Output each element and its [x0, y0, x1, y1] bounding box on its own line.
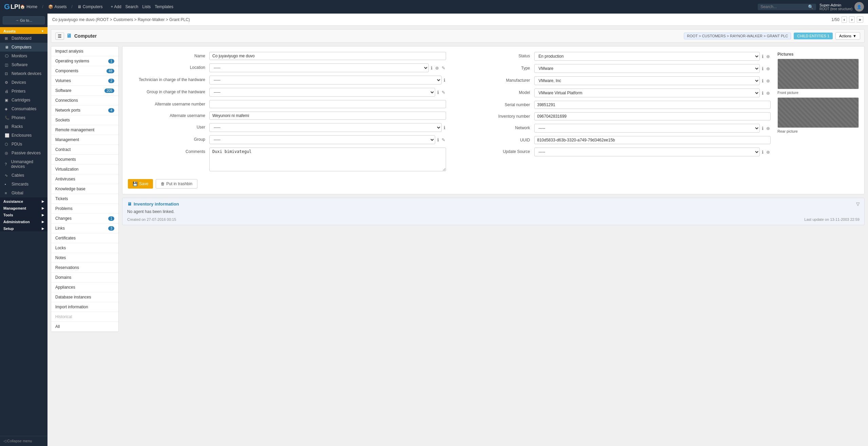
menu-item-impact-analysis[interactable]: Impact analysis [51, 46, 118, 56]
inventory-number-input[interactable] [534, 112, 771, 120]
technician-info-icon[interactable]: ℹ [443, 77, 446, 83]
alt-username-input[interactable] [209, 112, 446, 120]
sidebar-item-cables[interactable]: ∿ Cables [0, 171, 47, 180]
manufacturer-add-icon[interactable]: ⊕ [766, 78, 771, 84]
group-hardware-select[interactable]: ----- [209, 88, 435, 97]
status-select[interactable]: En production [534, 52, 760, 61]
menu-item-changes[interactable]: Changes1 [51, 214, 118, 224]
collapse-menu[interactable]: ◁ Collapse menu [0, 436, 47, 446]
menu-item-operating-systems[interactable]: Operating systems1 [51, 56, 118, 66]
serial-input[interactable] [534, 101, 771, 109]
uuid-input[interactable] [534, 136, 771, 144]
menu-item-locks[interactable]: Locks [51, 243, 118, 253]
actions-button[interactable]: Actions ▼ [835, 32, 860, 40]
menu-item-volumes[interactable]: Volumes2 [51, 76, 118, 86]
group-hardware-info-icon[interactable]: ℹ [437, 89, 440, 96]
sidebar-item-phones[interactable]: 📞 Phones [0, 113, 47, 122]
menu-item-problems[interactable]: Problems [51, 204, 118, 214]
type-select[interactable]: VMware [534, 64, 760, 73]
location-info-icon[interactable]: ℹ [430, 65, 433, 71]
user-info-icon[interactable]: ℹ [443, 124, 446, 131]
prev-page-button[interactable]: ‹ [842, 16, 847, 23]
computers-nav-link[interactable]: Computers [83, 4, 103, 9]
model-add-icon[interactable]: ⊕ [766, 90, 771, 96]
type-add-icon[interactable]: ⊕ [766, 65, 771, 72]
sidebar-item-software[interactable]: ◫ Software [0, 60, 47, 69]
network-add-icon[interactable]: ⊕ [766, 125, 771, 132]
sidebar-item-dashboard[interactable]: ⊞ Dashboard [0, 34, 47, 43]
sidebar-item-devices[interactable]: ⚙ Devices [0, 78, 47, 87]
group-hardware-edit-icon[interactable]: ✎ [441, 89, 446, 96]
manufacturer-info-icon[interactable]: ℹ [761, 78, 764, 84]
status-add-icon[interactable]: ⊕ [766, 53, 771, 60]
user-select[interactable]: ----- [209, 123, 442, 132]
sidebar-item-computers[interactable]: 🖥 Computers [0, 43, 47, 52]
menu-item-antiviruses[interactable]: Antiviruses [51, 174, 118, 184]
sidebar-item-enclosures[interactable]: ⬜ Enclosures [0, 131, 47, 140]
templates-link[interactable]: Templates [155, 4, 173, 9]
menu-item-remote-management[interactable]: Remote management [51, 125, 118, 135]
name-input[interactable] [209, 52, 446, 60]
update-source-add-icon[interactable]: ⊕ [766, 149, 771, 155]
put-in-trashbin-button[interactable]: 🗑 Put in trashbin [156, 179, 197, 189]
menu-item-virtualization[interactable]: Virtualization [51, 164, 118, 174]
sidebar-item-cartridges[interactable]: ▣ Cartridges [0, 96, 47, 104]
sidebar-item-racks[interactable]: ▤ Racks [0, 122, 47, 131]
sidebar-goto[interactable]: → Go to... [3, 16, 45, 24]
sidebar-item-monitors[interactable]: 🖵 Monitors [0, 52, 47, 60]
front-picture-box[interactable] [777, 59, 859, 89]
menu-item-import-information[interactable]: Import information [51, 302, 118, 312]
menu-item-knowledge-base[interactable]: Knowledge base [51, 184, 118, 194]
network-info-icon[interactable]: ℹ [761, 125, 764, 132]
technician-select[interactable]: ----- [209, 76, 442, 84]
sidebar-item-printers[interactable]: 🖨 Printers [0, 87, 47, 96]
menu-item-contract[interactable]: Contract [51, 145, 118, 155]
type-info-icon[interactable]: ℹ [761, 65, 764, 72]
add-link[interactable]: + Add [111, 4, 121, 9]
menu-item-domains[interactable]: Domains [51, 273, 118, 283]
menu-item-appliances[interactable]: Appliances [51, 283, 118, 292]
sidebar-section-assets[interactable]: Assets ▼ [0, 27, 47, 34]
search-icon[interactable]: 🔍 [808, 4, 813, 9]
sidebar-item-unmanaged-devices[interactable]: ? Unmanaged devices [0, 157, 47, 171]
next-page-button[interactable]: › [849, 16, 854, 23]
sidebar-item-simcards[interactable]: ▪ Simcards [0, 180, 47, 189]
child-entities-button[interactable]: CHILD ENTITIES 1 [794, 33, 833, 39]
inventory-collapse-icon[interactable]: ▽ [856, 201, 860, 207]
sidebar-item-consumables[interactable]: ◈ Consumables [0, 104, 47, 113]
group-edit-icon[interactable]: ✎ [441, 137, 446, 143]
status-info-icon[interactable]: ℹ [761, 53, 764, 60]
search-link[interactable]: Search [126, 4, 138, 9]
location-select[interactable]: ----- [209, 63, 429, 72]
manufacturer-select[interactable]: VMware, Inc [534, 76, 760, 85]
menu-item-management[interactable]: Management [51, 135, 118, 145]
comments-textarea[interactable]: Duxi bimivategul [209, 148, 446, 171]
lists-link[interactable]: Lists [142, 4, 151, 9]
sidebar-section-setup[interactable]: Setup ▶ [0, 225, 47, 231]
model-info-icon[interactable]: ℹ [761, 90, 764, 96]
menu-item-database-instances[interactable]: Database instances [51, 292, 118, 302]
sidebar-item-passive-devices[interactable]: ◎ Passive devices [0, 149, 47, 157]
sidebar-section-administration[interactable]: Administration ▶ [0, 218, 47, 225]
menu-item-documents[interactable]: Documents [51, 155, 118, 164]
network-select[interactable]: ----- [534, 124, 760, 133]
save-button[interactable]: 💾 Save [128, 179, 153, 189]
update-source-select[interactable]: ----- [534, 148, 760, 156]
sidebar-item-pdus[interactable]: ⬡ PDUs [0, 140, 47, 149]
menu-item-notes[interactable]: Notes [51, 253, 118, 263]
sidebar-section-management[interactable]: Management ▶ [0, 204, 47, 211]
list-view-button[interactable]: ☰ [55, 33, 64, 40]
last-page-button[interactable]: » [857, 16, 863, 23]
sidebar-section-assistance[interactable]: Assistance ▶ [0, 197, 47, 204]
avatar[interactable]: 👤 [854, 2, 864, 12]
home-link[interactable]: Home [26, 4, 37, 9]
location-add-icon[interactable]: ⊕ [435, 65, 440, 71]
menu-item-software[interactable]: Software205 [51, 86, 118, 96]
menu-item-tickets[interactable]: Tickets [51, 194, 118, 204]
group-info-icon[interactable]: ℹ [437, 137, 440, 143]
menu-item-all[interactable]: All [51, 322, 118, 332]
menu-item-components[interactable]: Components48 [51, 66, 118, 76]
location-edit-icon[interactable]: ✎ [441, 65, 446, 71]
menu-item-connections[interactable]: Connections [51, 96, 118, 105]
sidebar-item-network-devices[interactable]: ⊡ Network devices [0, 69, 47, 78]
